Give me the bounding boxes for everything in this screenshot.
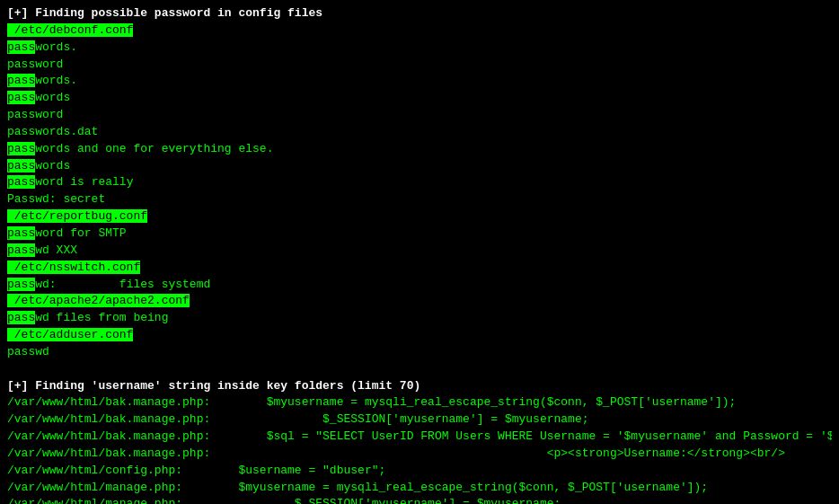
terminal-line: Passwd: secret xyxy=(7,191,832,208)
terminal-line: passwd xyxy=(7,344,832,361)
terminal-line: /var/www/html/bak.manage.php: $myusernam… xyxy=(7,394,832,411)
terminal-line: [+] Finding possible password in config … xyxy=(7,5,832,22)
terminal-line: password xyxy=(7,57,832,74)
terminal-line: /etc/reportbug.conf xyxy=(7,208,832,225)
terminal-line: passwords. xyxy=(7,40,832,57)
terminal-line: /etc/nsswitch.conf xyxy=(7,260,832,277)
terminal-line: /etc/debconf.conf xyxy=(7,22,832,40)
terminal-line: /etc/adduser.conf xyxy=(7,327,832,344)
terminal-line: passwd XXX xyxy=(7,243,832,260)
terminal-line: password is really xyxy=(7,174,832,191)
terminal-line: passwords. xyxy=(7,73,832,90)
terminal-line: /etc/apache2/apache2.conf xyxy=(7,293,832,310)
terminal-line xyxy=(7,361,832,378)
terminal-line: password xyxy=(7,107,832,124)
terminal-line: /var/www/html/config.php: $username = "d… xyxy=(7,463,832,480)
terminal-window: [+] Finding possible password in config … xyxy=(7,5,832,504)
terminal-line: /var/www/html/bak.manage.php: $sql = "SE… xyxy=(7,429,832,446)
terminal-output: [+] Finding possible password in config … xyxy=(7,5,832,504)
terminal-line: /var/www/html/manage.php: $_SESSION['myu… xyxy=(7,496,832,504)
terminal-line: password for SMTP xyxy=(7,225,832,243)
terminal-line: passwd: files systemd xyxy=(7,277,832,294)
terminal-line: passwords xyxy=(7,90,832,107)
terminal-line: /var/www/html/bak.manage.php: $_SESSION[… xyxy=(7,411,832,429)
terminal-line: passwords and one for everything else. xyxy=(7,141,832,158)
terminal-line: /var/www/html/manage.php: $myusername = … xyxy=(7,480,832,497)
terminal-line: passwords xyxy=(7,158,832,175)
terminal-line: [+] Finding 'username' string inside key… xyxy=(7,378,832,395)
terminal-line: /var/www/html/bak.manage.php: <p><strong… xyxy=(7,446,832,463)
terminal-line: passwords.dat xyxy=(7,124,832,141)
terminal-line: passwd files from being xyxy=(7,310,832,327)
